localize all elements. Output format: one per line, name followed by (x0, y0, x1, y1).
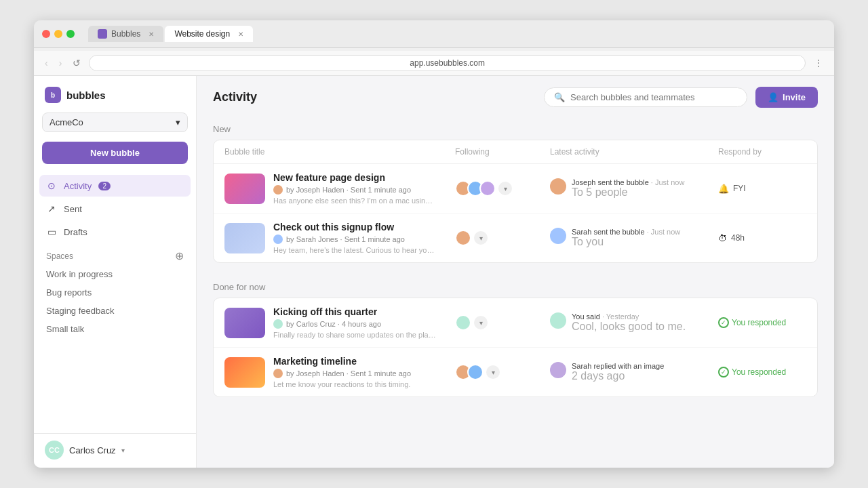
reload-button[interactable]: ↺ (70, 56, 83, 70)
table-row[interactable]: New feature page design by Joseph Haden … (214, 164, 817, 214)
latest-activity: You said · Yesterday Cool, looks good to… (550, 312, 718, 333)
nav-controls: ‹ › ↺ app.usebubbles.com ⋮ (34, 51, 834, 76)
following-dropdown-button[interactable]: ▾ (486, 365, 500, 379)
back-button[interactable]: ‹ (42, 56, 51, 70)
sidebar-space-bug-reports[interactable]: Bug reports (34, 283, 196, 302)
workspace-name: AcmeCo (50, 117, 83, 127)
responded-badge: ✓ You responded (718, 317, 806, 328)
minimize-button[interactable] (54, 30, 62, 38)
activity-icon: ⊙ (46, 180, 57, 191)
address-bar[interactable]: app.usebubbles.com (89, 55, 806, 71)
bubble-title: Check out this signup flow (273, 222, 436, 232)
table-row[interactable]: Marketing timeline by Joseph Haden · Sen… (214, 348, 817, 396)
invite-label: Invite (783, 92, 806, 102)
sidebar-space-small-talk[interactable]: Small talk (34, 320, 196, 338)
col-bubble-title: Bubble title (224, 147, 455, 157)
workspace-selector[interactable]: AcmeCo ▾ (42, 113, 188, 132)
search-bar[interactable]: 🔍 (544, 87, 747, 107)
user-chevron-icon: ▾ (121, 447, 125, 454)
follow-avatar (455, 314, 471, 331)
follow-avatar (467, 364, 484, 380)
tab-bubbles-close[interactable]: ✕ (149, 30, 154, 38)
more-options-button[interactable]: ⋮ (811, 56, 826, 70)
author-avatar (273, 235, 283, 244)
logo-icon: b (45, 87, 61, 103)
sidebar-item-drafts-label: Drafts (64, 227, 87, 237)
section-label-new: New (197, 119, 834, 140)
sidebar-item-drafts[interactable]: ▭ Drafts (39, 221, 191, 243)
tab-favicon (98, 29, 107, 39)
sidebar-item-activity[interactable]: ⊙ Activity 2 (39, 175, 191, 197)
col-latest-activity: Latest activity (550, 147, 718, 157)
search-input[interactable] (570, 92, 737, 102)
invite-button[interactable]: 👤 Invite (755, 87, 818, 108)
follow-avatar (479, 180, 496, 197)
bubble-thumbnail (224, 174, 265, 204)
maximize-button[interactable] (66, 30, 75, 38)
sent-icon: ↗ (46, 203, 57, 214)
activity-summary: You said · Yesterday (572, 312, 686, 321)
spaces-header: Spaces ⊕ (34, 243, 196, 265)
traffic-lights (42, 30, 75, 38)
responded-label: You responded (732, 367, 786, 377)
activity-avatar (550, 312, 566, 329)
bubble-author: by Carlos Cruz · 4 hours ago (286, 320, 381, 328)
bubble-title: Marketing timeline (273, 356, 411, 367)
sidebar-logo: b bubbles (34, 87, 196, 113)
workspace-chevron-icon: ▾ (176, 117, 180, 127)
latest-activity: Sarah sent the bubble · Just now To you (550, 228, 718, 248)
activity-avatar (550, 228, 566, 244)
bubble-desc: Finally ready to share some updates on t… (273, 331, 436, 339)
bubble-preview: Kicking off this quarter by Carlos Cruz … (224, 306, 455, 339)
sidebar-space-staging-feedback[interactable]: Staging feedback (34, 302, 196, 320)
tab-website-design[interactable]: Website design ✕ (165, 26, 253, 42)
sidebar-item-sent[interactable]: ↗ Sent (39, 198, 191, 220)
latest-activity: Joseph sent the bubble · Just now To 5 p… (550, 178, 718, 199)
tab-bubbles[interactable]: Bubbles ✕ (88, 26, 163, 42)
bubble-desc: Has anyone else seen this? I'm on a mac … (273, 197, 436, 205)
following-avatars: ▾ (455, 314, 550, 331)
spaces-add-icon[interactable]: ⊕ (175, 249, 184, 262)
tab-website-design-close[interactable]: ✕ (238, 30, 243, 38)
bubble-author: by Sarah Jones · Sent 1 minute ago (286, 235, 405, 243)
header-actions: 🔍 👤 Invite (544, 87, 818, 108)
bubble-meta: by Carlos Cruz · 4 hours ago (273, 319, 436, 329)
sidebar-space-work-in-progress[interactable]: Work in progress (34, 265, 196, 283)
following-dropdown-button[interactable]: ▾ (474, 231, 488, 245)
spaces-label: Spaces (46, 251, 73, 261)
table-row[interactable]: Kicking off this quarter by Carlos Cruz … (214, 298, 817, 348)
sidebar-nav: ⊙ Activity 2 ↗ Sent ▭ Drafts (34, 175, 196, 243)
bubble-info: Check out this signup flow by Sarah Jone… (273, 222, 436, 254)
drafts-icon: ▭ (46, 226, 57, 237)
following-avatars: ▾ (455, 230, 550, 246)
fyi-icon: 🔔 (718, 184, 729, 194)
table-header-new: Bubble title Following Latest activity R… (214, 140, 817, 164)
forward-button[interactable]: › (56, 56, 65, 70)
bubble-thumbnail (224, 357, 265, 388)
bubble-info: Kicking off this quarter by Carlos Cruz … (273, 306, 436, 339)
new-bubble-button[interactable]: New bubble (42, 142, 188, 164)
bubble-meta: by Joseph Haden · Sent 1 minute ago (273, 185, 436, 195)
col-following: Following (455, 147, 550, 157)
table-row[interactable]: Check out this signup flow by Sarah Jone… (214, 214, 817, 262)
user-name: Carlos Cruz (69, 445, 116, 455)
responded-badge: ✓ You responded (718, 367, 806, 378)
check-circle-icon: ✓ (718, 367, 729, 378)
following-dropdown-button[interactable]: ▾ (498, 182, 512, 195)
activity-summary: Sarah sent the bubble · Just now (572, 228, 680, 236)
respond-by: 🔔 FYI (718, 184, 806, 194)
bubble-meta: by Sarah Jones · Sent 1 minute ago (273, 235, 436, 244)
activity-table-done: Kicking off this quarter by Carlos Cruz … (213, 298, 818, 397)
close-button[interactable] (42, 30, 50, 38)
activity-summary: Joseph sent the bubble · Just now (572, 178, 684, 186)
following-avatars: ▾ (455, 364, 550, 380)
following-dropdown-button[interactable]: ▾ (474, 316, 488, 329)
author-avatar (273, 369, 283, 378)
activity-details: Sarah replied with an image 2 days ago (572, 362, 664, 382)
activity-sub: 2 days ago (572, 370, 664, 382)
tab-website-design-label: Website design (174, 29, 230, 39)
clock-icon: ⏱ (718, 233, 727, 243)
sidebar-footer[interactable]: CC Carlos Cruz ▾ (34, 433, 196, 460)
logo-text: bubbles (66, 89, 106, 101)
bubble-title: Kicking off this quarter (273, 306, 436, 317)
